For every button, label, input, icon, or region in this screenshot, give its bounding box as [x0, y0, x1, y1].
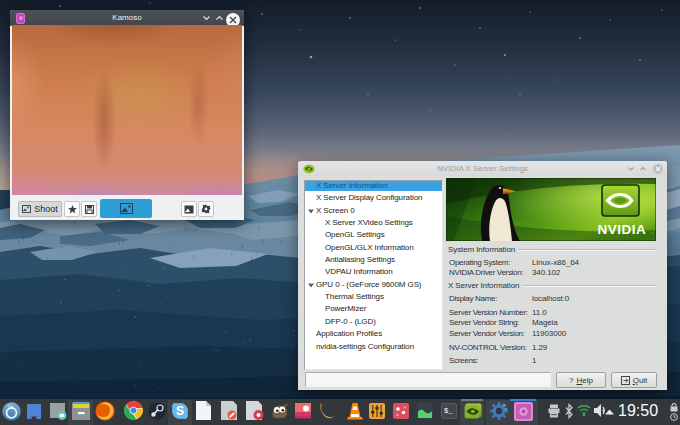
svg-text:$_: $_	[444, 407, 453, 415]
svg-text:S: S	[176, 404, 184, 418]
svg-text:NVIDIA: NVIDIA	[598, 222, 647, 237]
